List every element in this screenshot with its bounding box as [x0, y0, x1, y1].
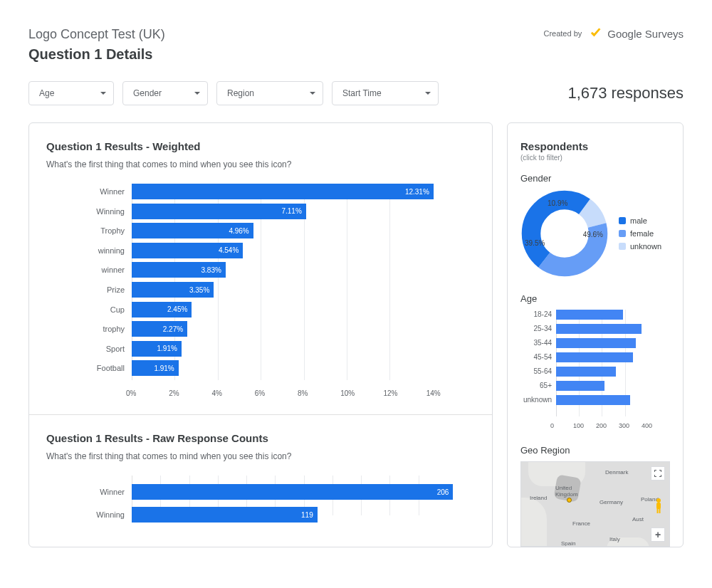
bar-winner[interactable]: 3.83% [132, 262, 226, 278]
weighted-title: Question 1 Results - Weighted [46, 140, 475, 152]
page-title: Question 1 Details [28, 46, 165, 63]
donut-unknown-pct: 10.9% [548, 199, 567, 207]
bar-sport[interactable]: 1.91% [132, 341, 182, 357]
x-tick: 400 [642, 422, 670, 429]
bar-football[interactable]: 1.91% [132, 360, 179, 376]
age-bar-18-24[interactable]: 18-24 [556, 310, 623, 320]
map-italy: Italy [609, 536, 620, 542]
donut-male-pct: 49.6% [583, 231, 603, 238]
age-bar-65+[interactable]: 65+ [556, 381, 604, 391]
bar-winner[interactable]: 12.31% [132, 184, 434, 199]
respondents-title: Respondents [520, 140, 670, 152]
weighted-prompt: What's the first thing that comes to min… [46, 159, 475, 169]
main-panel: Question 1 Results - Weighted What's the… [28, 122, 493, 547]
filter-start-time-label: Start Time [342, 88, 382, 98]
age-bar-unknown[interactable]: unknown [556, 395, 630, 405]
bar-label: Winning [96, 204, 125, 219]
bar-label: trophy [103, 321, 125, 337]
x-tick: 2% [169, 389, 217, 397]
x-tick: 8% [298, 389, 346, 397]
bar-label: Cup [110, 302, 125, 317]
age-bar-45-54[interactable]: 45-54 [556, 352, 633, 362]
bar-winning[interactable]: 7.11% [132, 204, 306, 219]
filter-region[interactable]: Region [216, 81, 323, 105]
raw-bar-winning[interactable]: 119 [132, 507, 318, 523]
age-bar-55-64[interactable]: 55-64 [556, 367, 616, 377]
map-marker [567, 498, 572, 503]
raw-title: Question 1 Results - Raw Response Counts [46, 432, 475, 444]
filter-gender[interactable]: Gender [122, 81, 208, 105]
x-tick: 4% [212, 389, 261, 397]
map-spain: Spain [561, 540, 575, 547]
filter-region-label: Region [227, 88, 254, 98]
bar-label: Winning [96, 507, 125, 523]
respondents-subtitle: (click to filter) [520, 154, 670, 162]
bar-trophy[interactable]: 4.96% [132, 223, 253, 238]
side-panel: Respondents (click to filter) Gender 49.… [507, 122, 684, 547]
map-austria: Aust [632, 516, 644, 523]
map-uk: United Kingdom [555, 485, 578, 498]
created-by: Created by Google Surveys [543, 27, 684, 40]
bar-prize[interactable]: 3.35% [132, 282, 214, 298]
fullscreen-icon[interactable] [651, 466, 665, 481]
svg-rect-6 [657, 508, 659, 513]
bar-cup[interactable]: 2.45% [132, 302, 192, 317]
responses-number: 1,673 [567, 84, 607, 102]
age-title: Age [520, 293, 670, 304]
weighted-bar-chart[interactable]: WinnerWinningTrophywinningwinnerPrizeCup… [46, 184, 475, 397]
filter-age[interactable]: Age [28, 81, 114, 105]
donut-female-pct: 39.5% [525, 239, 545, 247]
bar-winning[interactable]: 4.54% [132, 243, 243, 258]
bar-label: Trophy [100, 223, 125, 238]
chevron-down-icon [194, 92, 200, 95]
x-tick: 10% [340, 389, 389, 397]
bar-label: Winner [100, 484, 125, 500]
filter-age-label: Age [39, 88, 54, 98]
age-bar-chart[interactable]: 18-2425-3435-4445-5455-6465+unknown 0100… [556, 310, 670, 429]
x-tick: 0% [126, 389, 174, 397]
bar-label: winner [102, 262, 125, 278]
filter-start-time[interactable]: Start Time [332, 81, 439, 105]
surveys-check-icon [589, 27, 602, 40]
legend-female[interactable]: female [630, 229, 654, 238]
map-germany: Germany [600, 499, 623, 505]
age-bar-25-34[interactable]: 25-34 [556, 324, 642, 334]
created-by-label: Created by [543, 29, 582, 38]
google-surveys-logo: Google Surveys [589, 27, 684, 40]
bar-label: Football [97, 360, 125, 376]
svg-rect-7 [659, 508, 661, 513]
gender-legend: male female unknown [619, 216, 661, 251]
bar-label: winning [98, 243, 125, 258]
survey-title: Logo Concept Test (UK) [28, 27, 165, 42]
bar-trophy[interactable]: 2.27% [132, 321, 187, 337]
raw-bar-winner[interactable]: 206 [132, 484, 453, 500]
gender-title: Gender [520, 173, 670, 184]
filter-gender-label: Gender [133, 88, 162, 98]
raw-prompt: What's the first thing that comes to min… [46, 451, 475, 461]
chevron-down-icon [100, 92, 106, 95]
raw-bar-chart[interactable]: WinnerWinning 206119 [46, 476, 475, 532]
zoom-in-icon[interactable]: + [651, 527, 665, 542]
svg-rect-5 [656, 503, 661, 509]
pegman-icon[interactable] [653, 498, 664, 515]
map-denmark: Denmark [605, 469, 628, 476]
legend-male[interactable]: male [630, 216, 647, 225]
chevron-down-icon [310, 92, 315, 95]
x-tick: 6% [255, 389, 303, 397]
chevron-down-icon [425, 92, 431, 95]
geo-map[interactable]: United Kingdom Ireland Germany Poland Fr… [520, 461, 670, 547]
gender-donut-chart[interactable]: 49.6% 39.5% 10.9% [520, 189, 609, 278]
svg-point-3 [543, 212, 585, 254]
age-bar-35-44[interactable]: 35-44 [556, 338, 636, 348]
svg-point-4 [656, 498, 661, 503]
legend-unknown[interactable]: unknown [630, 242, 661, 251]
responses-count: 1,673responses [567, 84, 684, 103]
map-france: France [572, 520, 590, 527]
bar-label: Sport [106, 341, 125, 357]
x-tick: 12% [384, 389, 432, 397]
brand-text: Google Surveys [607, 28, 684, 40]
geo-title: Geo Region [520, 445, 670, 456]
bar-label: Winner [100, 184, 125, 199]
bar-label: Prize [107, 282, 125, 298]
responses-label: responses [611, 84, 684, 102]
